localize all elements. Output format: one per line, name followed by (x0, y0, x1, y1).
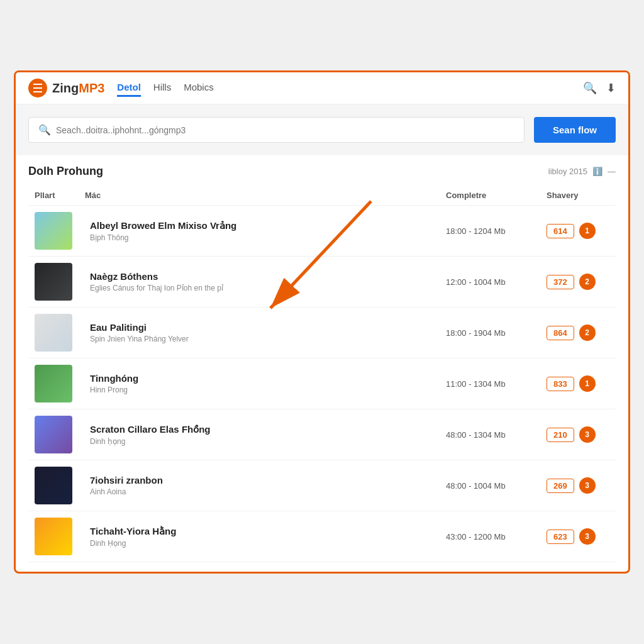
track-complete: 12:00 - 1004 Mb (446, 277, 547, 287)
track-list: Albeyl Browed Elm Mixiso Vrảng Bịph Thôn… (28, 206, 616, 562)
track-info: 7iohsiri zranbon Ainh Aoina (85, 475, 446, 496)
section-title: Dolh Prohung (28, 165, 103, 178)
track-thumbnail (35, 365, 72, 402)
track-title: 7iohsiri zranbon (90, 475, 446, 486)
search-area: 🔍 Sean flow (16, 104, 628, 155)
logo-area: ZingMP3 (28, 79, 104, 97)
track-info: Albeyl Browed Elm Mixiso Vrảng Bịph Thôn… (85, 220, 446, 242)
section-meta: libloy 2015 ℹ️ — (548, 167, 616, 176)
shavery-badge: 2 (579, 274, 596, 290)
shavery-badge: 3 (579, 477, 596, 494)
col-header-mac: Mác (85, 191, 446, 200)
track-thumbnail (35, 314, 72, 352)
track-title: Scraton Cillaro Elas Fhồng (90, 424, 446, 435)
shavery-count: 210 (547, 428, 574, 442)
shavery-badge: 1 (579, 223, 596, 239)
track-artist: Ainh Aoina (90, 487, 446, 496)
track-artist: Dinh ḥọng (90, 437, 446, 446)
track-artist: Dinh Ḥọng (90, 539, 446, 548)
search-button[interactable]: Sean flow (534, 117, 616, 143)
search-icon: 🔍 (38, 124, 51, 136)
menu-icon[interactable] (28, 79, 47, 97)
track-shavery: 864 2 (547, 325, 609, 341)
shavery-count: 833 (547, 377, 574, 391)
collapse-icon[interactable]: — (608, 167, 616, 176)
track-shavery: 210 3 (547, 426, 609, 443)
track-row[interactable]: 7iohsiri zranbon Ainh Aoina 48:00 - 1004… (28, 460, 616, 511)
search-header-icon[interactable]: 🔍 (583, 81, 597, 95)
track-shavery: 623 3 (547, 528, 609, 545)
shavery-count: 623 (547, 530, 574, 544)
track-info: Naègz Bóthens Eglies Cánus for Thaj Ion … (85, 271, 446, 292)
section-meta-text: libloy 2015 (548, 167, 587, 176)
track-title: Tichaht-Yiora Hằng (90, 526, 446, 537)
track-info: Tinnghóng Hinn Prong (85, 373, 446, 394)
track-info: Scraton Cillaro Elas Fhồng Dinh ḥọng (85, 424, 446, 446)
track-complete: 43:00 - 1200 Mb (446, 532, 547, 541)
track-row[interactable]: Eau Palitingi Spin Jnien Yina Pháng Yelv… (28, 308, 616, 358)
shavery-count: 864 (547, 326, 574, 340)
section-header: Dolh Prohung libloy 2015 ℹ️ — (28, 165, 616, 178)
track-complete: 18:00 - 1904 Mb (446, 328, 547, 338)
track-row[interactable]: Scraton Cillaro Elas Fhồng Dinh ḥọng 48:… (28, 409, 616, 460)
track-artist: Eglies Cánus for Thaj Ion Pỉoh en the pỉ (90, 284, 446, 292)
info-icon: ℹ️ (592, 167, 602, 176)
track-thumbnail (35, 263, 72, 301)
track-row[interactable]: Albeyl Browed Elm Mixiso Vrảng Bịph Thôn… (28, 206, 616, 257)
track-row[interactable]: Tichaht-Yiora Hằng Dinh Ḥọng 43:00 - 120… (28, 511, 616, 562)
search-input-wrap: 🔍 (28, 117, 525, 143)
header-icons: 🔍 ⬇ (583, 81, 616, 95)
track-shavery: 372 2 (547, 274, 609, 290)
nav-tab-mobics[interactable]: Mobics (184, 79, 214, 97)
track-title: Eau Palitingi (90, 322, 446, 333)
track-title: Tinnghóng (90, 373, 446, 384)
nav-tabs: Detol Hills Mobics (117, 79, 570, 97)
nav-tab-hills[interactable]: Hills (153, 79, 171, 97)
logo-mp3: MP3 (79, 81, 104, 95)
logo-text: ZingMP3 (52, 81, 104, 96)
shavery-count: 614 (547, 224, 574, 238)
track-artist: Hinn Prong (90, 386, 446, 394)
table-header: Pllart Mác Completre Shavery (28, 186, 616, 206)
logo-zing: Zing (52, 81, 79, 95)
header: ZingMP3 Detol Hills Mobics 🔍 ⬇ (16, 72, 628, 104)
track-complete: 11:00 - 1304 Mb (446, 379, 547, 389)
track-info: Tichaht-Yiora Hằng Dinh Ḥọng (85, 526, 446, 548)
track-thumbnail (35, 467, 72, 504)
nav-tab-detol[interactable]: Detol (117, 79, 141, 97)
track-artist: Bịph Thông (90, 233, 446, 242)
track-title: Naègz Bóthens (90, 271, 446, 282)
track-thumbnail (35, 212, 72, 250)
content: Dolh Prohung libloy 2015 ℹ️ — Pllart Mác… (16, 155, 628, 572)
track-row[interactable]: Naègz Bóthens Eglies Cánus for Thaj Ion … (28, 257, 616, 308)
search-input[interactable] (56, 125, 514, 135)
track-title: Albeyl Browed Elm Mixiso Vrảng (90, 220, 446, 231)
download-header-icon[interactable]: ⬇ (606, 81, 616, 95)
track-info: Eau Palitingi Spin Jnien Yina Pháng Yelv… (85, 322, 446, 343)
shavery-count: 269 (547, 479, 574, 493)
col-header-complete: Completre (446, 191, 547, 200)
col-header-shavery: Shavery (547, 191, 609, 200)
shavery-badge: 3 (579, 528, 596, 545)
track-complete: 48:00 - 1004 Mb (446, 481, 547, 491)
track-row[interactable]: Tinnghóng Hinn Prong 11:00 - 1304 Mb 833… (28, 358, 616, 409)
track-shavery: 833 1 (547, 375, 609, 392)
track-thumbnail (35, 416, 72, 453)
shavery-badge: 2 (579, 325, 596, 341)
track-complete: 18:00 - 1204 Mb (446, 226, 547, 236)
track-shavery: 269 3 (547, 477, 609, 494)
col-header-art: Pllart (35, 191, 85, 200)
app-container: ZingMP3 Detol Hills Mobics 🔍 ⬇ 🔍 Sean fl… (14, 70, 630, 574)
shavery-count: 372 (547, 275, 574, 289)
track-complete: 48:00 - 1304 Mb (446, 430, 547, 440)
track-thumbnail (35, 518, 72, 555)
shavery-badge: 1 (579, 375, 596, 392)
track-shavery: 614 1 (547, 223, 609, 239)
track-artist: Spin Jnien Yina Pháng Yelver (90, 335, 446, 343)
shavery-badge: 3 (579, 426, 596, 443)
